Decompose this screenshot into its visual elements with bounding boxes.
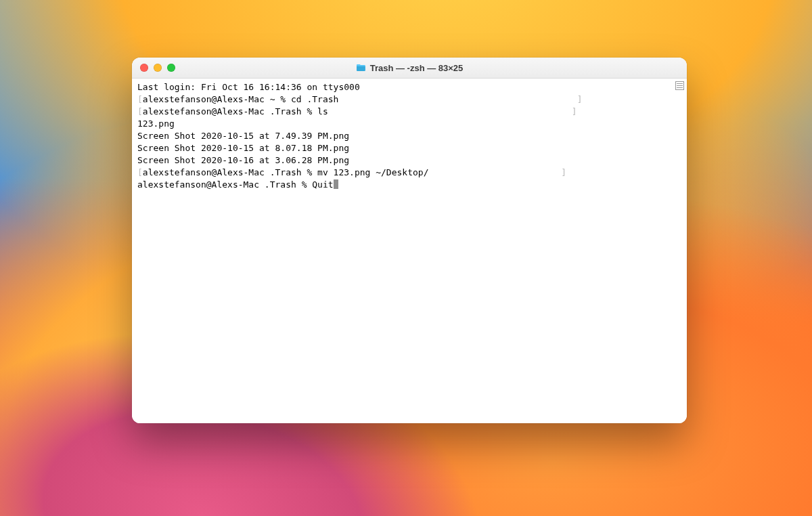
last-login-line: Last login: Fri Oct 16 16:14:36 on ttys0… [137,82,360,92]
cursor [334,179,338,189]
maximize-button[interactable] [167,64,175,72]
window-controls [140,64,175,72]
ls-output-line: 123.png [137,119,175,129]
scroll-indicator-icon [675,81,684,90]
command: mv 123.png ~/Desktop/ [317,167,428,177]
close-button[interactable] [140,64,148,72]
folder-icon [356,64,366,72]
window-title: Trash — -zsh — 83×25 [370,63,464,73]
terminal-body[interactable]: Last login: Fri Oct 16 16:14:36 on ttys0… [132,79,687,423]
command: cd .Trash [291,94,338,104]
prompt: alexstefanson@Alexs-Mac .Trash % [137,179,312,190]
terminal-output: Last login: Fri Oct 16 16:14:36 on ttys0… [137,81,673,191]
prompt: alexstefanson@Alexs-Mac .Trash % [143,106,317,116]
command: Quit [312,179,333,190]
ls-output-line: Screen Shot 2020-10-15 at 8.07.18 PM.png [137,143,349,153]
command: ls [317,106,328,116]
ls-output-line: Screen Shot 2020-10-15 at 7.49.39 PM.png [137,131,349,141]
prompt: alexstefanson@Alexs-Mac .Trash % [143,167,317,177]
window-titlebar[interactable]: Trash — -zsh — 83×25 [132,58,687,79]
terminal-window: Trash — -zsh — 83×25 Last login: Fri Oct… [132,58,687,423]
minimize-button[interactable] [154,64,162,72]
ls-output-line: Screen Shot 2020-10-16 at 3.06.28 PM.png [137,155,349,165]
prompt: alexstefanson@Alexs-Mac ~ % [143,94,291,104]
